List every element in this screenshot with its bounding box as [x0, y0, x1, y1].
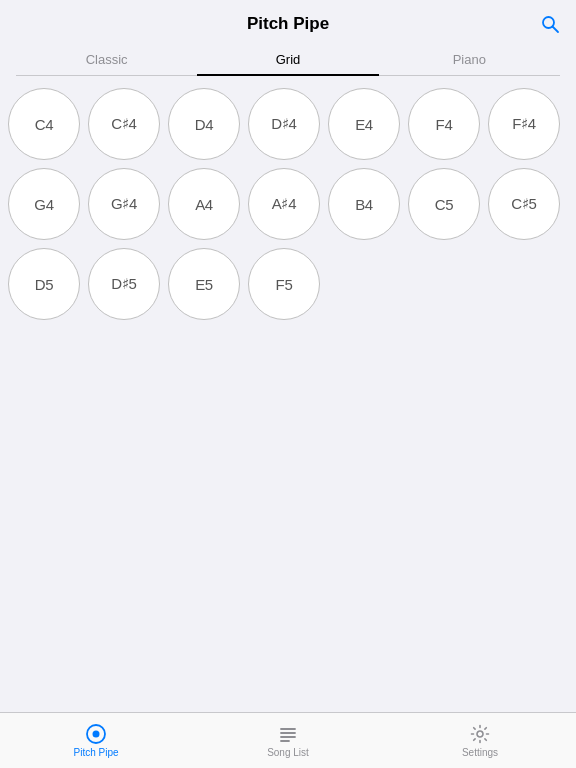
note-Cs4[interactable]: C♯4: [88, 88, 160, 160]
note-E5[interactable]: E5: [168, 248, 240, 320]
svg-line-1: [553, 27, 559, 33]
app-title: Pitch Pipe: [247, 14, 329, 34]
note-Cs5[interactable]: C♯5: [488, 168, 560, 240]
note-C4[interactable]: C4: [8, 88, 80, 160]
bottom-tab-bar: Pitch Pipe Song List Settings: [0, 712, 576, 768]
bottom-tab-song-list[interactable]: Song List: [192, 713, 384, 768]
note-E4[interactable]: E4: [328, 88, 400, 160]
settings-label: Settings: [462, 747, 498, 758]
note-Ds4[interactable]: D♯4: [248, 88, 320, 160]
note-F5[interactable]: F5: [248, 248, 320, 320]
bottom-tab-settings[interactable]: Settings: [384, 713, 576, 768]
bottom-tab-pitch-pipe[interactable]: Pitch Pipe: [0, 713, 192, 768]
tab-bar: Classic Grid Piano: [16, 44, 560, 76]
search-icon: [540, 14, 560, 34]
song-list-icon: [277, 723, 299, 745]
tab-classic[interactable]: Classic: [16, 44, 197, 75]
note-Fs4[interactable]: F♯4: [488, 88, 560, 160]
song-list-label: Song List: [267, 747, 309, 758]
svg-point-8: [477, 731, 483, 737]
note-row-1: C4 C♯4 D4 D♯4 E4 F4 F♯4: [8, 88, 568, 160]
note-As4[interactable]: A♯4: [248, 168, 320, 240]
note-C5[interactable]: C5: [408, 168, 480, 240]
note-grid: C4 C♯4 D4 D♯4 E4 F4 F♯4 G4 G♯4 A4 A♯4 B4…: [8, 88, 568, 320]
note-D5[interactable]: D5: [8, 248, 80, 320]
note-A4[interactable]: A4: [168, 168, 240, 240]
search-button[interactable]: [540, 14, 560, 39]
settings-icon: [469, 723, 491, 745]
tab-grid[interactable]: Grid: [197, 44, 378, 75]
note-F4[interactable]: F4: [408, 88, 480, 160]
note-row-3: D5 D♯5 E5 F5: [8, 248, 568, 320]
note-B4[interactable]: B4: [328, 168, 400, 240]
note-row-2: G4 G♯4 A4 A♯4 B4 C5 C♯5: [8, 168, 568, 240]
svg-point-3: [93, 731, 100, 738]
note-G4[interactable]: G4: [8, 168, 80, 240]
pitch-pipe-icon: [85, 723, 107, 745]
note-D4[interactable]: D4: [168, 88, 240, 160]
app-header: Pitch Pipe Classic Grid Piano: [0, 0, 576, 76]
pitch-pipe-label: Pitch Pipe: [73, 747, 118, 758]
note-Ds5[interactable]: D♯5: [88, 248, 160, 320]
main-content: C4 C♯4 D4 D♯4 E4 F4 F♯4 G4 G♯4 A4 A♯4 B4…: [0, 76, 576, 712]
tab-piano[interactable]: Piano: [379, 44, 560, 75]
note-Gs4[interactable]: G♯4: [88, 168, 160, 240]
